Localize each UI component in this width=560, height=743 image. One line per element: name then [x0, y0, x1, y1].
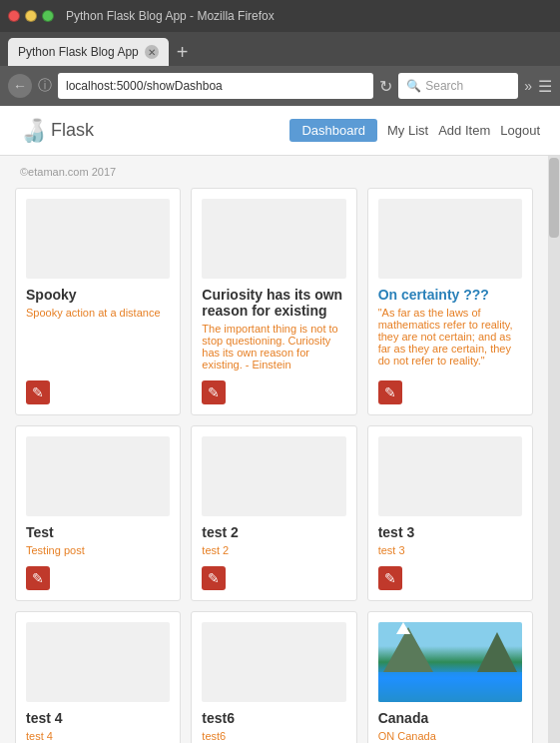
- flask-navbar: 🍶 Flask Dashboard My List Add Item Logou…: [0, 106, 560, 156]
- blog-card: test 4test 4✎: [15, 611, 181, 743]
- blog-card: Curiosity has its own reason for existin…: [191, 188, 356, 415]
- main-content: ©etaman.com 2017 SpookySpooky action at …: [0, 156, 548, 743]
- reload-button[interactable]: ↻: [379, 77, 392, 96]
- close-button[interactable]: [8, 10, 20, 22]
- search-bar[interactable]: 🔍 Search: [398, 73, 518, 99]
- card-subtitle: test 3: [378, 544, 522, 556]
- card-action-button[interactable]: ✎: [378, 380, 402, 404]
- card-title: Curiosity has its own reason for existin…: [202, 287, 345, 319]
- overflow-button[interactable]: »: [524, 78, 532, 94]
- new-tab-button[interactable]: +: [177, 38, 189, 66]
- card-image-placeholder: [378, 199, 522, 279]
- url-text: localhost:5000/showDashboa: [66, 79, 223, 93]
- maximize-button[interactable]: [42, 10, 54, 22]
- flask-logo-icon: 🍶: [20, 118, 47, 144]
- back-button[interactable]: ←: [8, 74, 32, 98]
- card-image: [378, 622, 522, 702]
- card-image-placeholder: [202, 199, 345, 279]
- blog-card: CanadaON Canada✎: [367, 611, 533, 743]
- blog-card: test6test6✎: [191, 611, 356, 743]
- tab-close-button[interactable]: ✕: [145, 45, 159, 59]
- card-subtitle: test 2: [202, 544, 345, 556]
- search-placeholder: Search: [425, 79, 463, 93]
- card-subtitle: test6: [202, 730, 345, 742]
- nav-add-item-link[interactable]: Add Item: [438, 123, 490, 138]
- card-image-placeholder: [26, 436, 170, 516]
- card-image-placeholder: [26, 199, 170, 279]
- traffic-lights: [8, 10, 54, 22]
- address-bar: ← ⓘ localhost:5000/showDashboa ↻ 🔍 Searc…: [0, 66, 560, 106]
- flask-logo: 🍶 Flask: [20, 118, 94, 144]
- card-subtitle: test 4: [26, 730, 170, 742]
- card-action-button[interactable]: ✎: [26, 566, 50, 590]
- blog-card: SpookySpooky action at a distance✎: [15, 188, 181, 415]
- nav-logout-link[interactable]: Logout: [500, 123, 540, 138]
- card-subtitle: "As far as the laws of mathematics refer…: [378, 307, 522, 371]
- flask-logo-text: Flask: [51, 120, 94, 141]
- card-title: test6: [202, 710, 345, 726]
- card-subtitle: Spooky action at a distance: [26, 307, 170, 371]
- card-image-placeholder: [26, 622, 170, 702]
- card-title: On certainty ???: [378, 287, 522, 303]
- window-title: Python Flask Blog App - Mozilla Firefox: [66, 9, 275, 23]
- tab-bar: Python Flask Blog App ✕ +: [0, 32, 560, 66]
- blog-grid: SpookySpooky action at a distance✎Curios…: [15, 188, 533, 743]
- card-title: Spooky: [26, 287, 170, 303]
- card-title: Test: [26, 524, 170, 540]
- card-image-placeholder: [202, 622, 345, 702]
- nav-my-list-link[interactable]: My List: [387, 123, 428, 138]
- card-action-button[interactable]: ✎: [202, 380, 226, 404]
- flask-nav-links: Dashboard My List Add Item Logout: [289, 119, 540, 142]
- url-bar[interactable]: localhost:5000/showDashboa: [58, 73, 373, 99]
- page-wrapper: ©etaman.com 2017 SpookySpooky action at …: [0, 156, 560, 743]
- blog-card: On certainty ???"As far as the laws of m…: [367, 188, 533, 415]
- card-title: test 2: [202, 524, 345, 540]
- hamburger-menu-button[interactable]: ☰: [538, 77, 552, 96]
- tab-label: Python Flask Blog App: [18, 45, 139, 59]
- card-action-button[interactable]: ✎: [378, 566, 402, 590]
- card-title: test 3: [378, 524, 522, 540]
- card-subtitle: Testing post: [26, 544, 170, 556]
- card-action-button[interactable]: ✎: [202, 566, 226, 590]
- card-title: Canada: [378, 710, 522, 726]
- blog-card: test 3test 3✎: [367, 425, 533, 601]
- card-subtitle: ON Canada: [378, 730, 522, 742]
- blog-card: TestTesting post✎: [15, 425, 181, 601]
- info-icon[interactable]: ⓘ: [38, 77, 52, 95]
- card-subtitle: The important thing is not to stop quest…: [202, 323, 345, 371]
- card-image-placeholder: [378, 436, 522, 516]
- scrollbar-thumb[interactable]: [549, 158, 559, 238]
- title-bar: Python Flask Blog App - Mozilla Firefox: [0, 0, 560, 32]
- minimize-button[interactable]: [25, 10, 37, 22]
- card-title: test 4: [26, 710, 170, 726]
- nav-dashboard-button[interactable]: Dashboard: [289, 119, 377, 142]
- browser-tab[interactable]: Python Flask Blog App ✕: [8, 38, 169, 66]
- copyright-text: ©etaman.com 2017: [20, 166, 533, 178]
- card-action-button[interactable]: ✎: [26, 380, 50, 404]
- scrollbar-track[interactable]: [548, 156, 560, 743]
- search-icon: 🔍: [406, 79, 421, 93]
- card-image-placeholder: [202, 436, 345, 516]
- blog-card: test 2test 2✎: [191, 425, 356, 601]
